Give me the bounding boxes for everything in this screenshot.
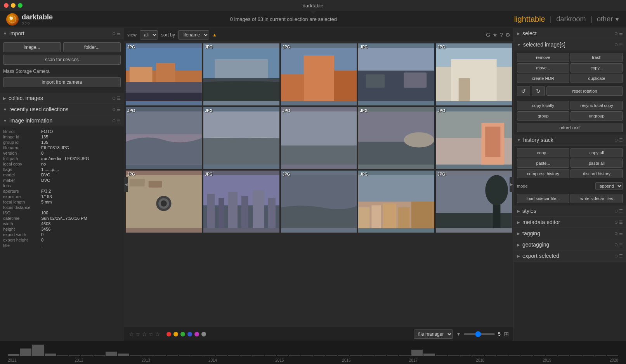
timeline-bar[interactable] <box>32 345 44 356</box>
image-cell[interactable]: JPG <box>436 107 512 169</box>
timeline-bar[interactable] <box>448 355 460 357</box>
timeline-bar[interactable] <box>472 355 484 357</box>
remove-button[interactable]: remove <box>517 53 569 62</box>
sort-direction-icon[interactable]: ▲ <box>212 32 217 38</box>
compress-history-button[interactable]: compress history <box>517 169 569 178</box>
timeline-bar[interactable] <box>326 355 337 357</box>
image-cell[interactable]: JPG <box>281 171 357 233</box>
timeline-bar[interactable] <box>142 355 154 357</box>
import-section-header[interactable]: ▼ import ⊙ ☰ <box>0 28 124 39</box>
timeline-bar[interactable] <box>289 355 301 357</box>
load-sidecar-button[interactable]: load sidecar file... <box>517 194 569 203</box>
reset-rotation-button[interactable]: reset rotation <box>546 86 623 96</box>
color-filter-1-dot[interactable] <box>173 332 178 336</box>
image-cell[interactable]: JPG <box>126 107 202 169</box>
image-cell[interactable]: JPG <box>436 43 512 105</box>
timeline-bar[interactable] <box>558 355 570 357</box>
color-filter-4-dot[interactable] <box>194 332 199 336</box>
timeline-bar[interactable] <box>387 355 399 357</box>
timeline-bar[interactable] <box>375 355 386 357</box>
trash-button[interactable]: trash <box>571 53 623 62</box>
timeline-bar[interactable] <box>179 355 191 357</box>
view-mode-select[interactable]: file manager <box>414 329 453 339</box>
grid-view-icon[interactable]: ⊞ <box>504 330 509 338</box>
rotate-cw-button[interactable]: ↻ <box>532 86 545 96</box>
star-3-icon[interactable]: ☆ <box>142 331 147 337</box>
timeline-bar[interactable] <box>546 355 557 357</box>
resync-local-button[interactable]: resync local copy <box>571 101 623 110</box>
geolocation-icon[interactable]: G <box>486 32 490 38</box>
image-cell[interactable]: JPG <box>358 107 434 169</box>
timeline-bar[interactable] <box>362 355 374 357</box>
star-1-icon[interactable]: ☆ <box>129 331 134 337</box>
color-filter-2-dot[interactable] <box>180 332 185 336</box>
settings-icon[interactable]: ⚙ <box>505 32 510 38</box>
timeline-bar[interactable] <box>607 355 619 357</box>
timeline-bar[interactable] <box>167 355 179 357</box>
timeline-bar[interactable] <box>130 355 142 357</box>
timeline-bar[interactable] <box>436 355 447 357</box>
image-cell[interactable]: JPG <box>281 107 357 169</box>
select-header[interactable]: ▶ select ⊙ ☰ <box>514 28 626 39</box>
timeline-bar[interactable] <box>252 355 264 357</box>
image-cell[interactable]: JPG <box>436 171 512 233</box>
star-2-icon[interactable]: ☆ <box>135 331 140 337</box>
timeline-bar[interactable] <box>521 355 533 357</box>
create-hdr-button[interactable]: create HDR <box>517 74 569 83</box>
timeline-bar[interactable] <box>485 355 496 357</box>
timeline-bar[interactable] <box>81 355 93 357</box>
timeline-bar[interactable] <box>69 355 81 357</box>
minimize-button[interactable] <box>11 3 16 8</box>
selected-images-header[interactable]: ▼ selected image[s] ⊙ ☰ <box>514 39 626 50</box>
image-import-button[interactable]: image... <box>3 42 61 52</box>
timeline-bar[interactable] <box>497 355 508 357</box>
timeline-bar[interactable] <box>106 352 117 357</box>
scan-devices-button[interactable]: scan for devices <box>3 55 121 65</box>
write-sidecar-button[interactable]: write sidecar files <box>571 194 623 203</box>
timeline-bar[interactable] <box>277 355 288 357</box>
color-filter-0-dot[interactable] <box>166 332 171 336</box>
timeline-bar[interactable] <box>45 354 56 357</box>
image-cell[interactable]: JPG <box>358 43 434 105</box>
collect-images-header[interactable]: ▶ collect images ⊙ ☰ <box>0 93 124 104</box>
image-cell[interactable]: JPG <box>126 171 202 233</box>
timeline-bar[interactable] <box>57 355 68 357</box>
timeline-bar[interactable] <box>301 355 313 357</box>
timeline-bar[interactable] <box>8 354 19 356</box>
copy-button[interactable]: copy... <box>571 63 623 72</box>
star-5-icon[interactable]: ☆ <box>155 331 160 337</box>
timeline-bar[interactable] <box>265 355 276 357</box>
image-cell[interactable]: JPG <box>203 171 279 233</box>
image-info-header[interactable]: ▼ image information ⊙ ☰ <box>0 115 124 126</box>
folder-import-button[interactable]: folder... <box>63 42 121 52</box>
history-paste-button[interactable]: paste... <box>517 159 569 168</box>
discard-history-button[interactable]: discard history <box>571 169 623 178</box>
move-button[interactable]: move... <box>517 63 569 72</box>
timeline-bar[interactable] <box>423 354 435 357</box>
ungroup-button[interactable]: ungroup <box>571 111 623 121</box>
close-button[interactable] <box>4 3 9 8</box>
color-filter-3-dot[interactable] <box>187 332 192 336</box>
image-cell[interactable]: JPG <box>281 43 357 105</box>
all-select[interactable]: all <box>140 30 158 40</box>
group-button[interactable]: group <box>517 111 569 121</box>
history-paste-all-button[interactable]: paste all <box>571 159 623 168</box>
image-cell[interactable]: JPG <box>358 171 434 233</box>
timeline-bar[interactable] <box>228 355 239 357</box>
image-cell[interactable]: JPG <box>203 43 279 105</box>
timeline-bar[interactable] <box>191 355 203 357</box>
collapse-right-button[interactable]: ▶ <box>510 177 513 192</box>
timeline-bar[interactable] <box>20 348 32 356</box>
import-camera-button[interactable]: import from camera <box>3 77 121 87</box>
timeline-bar[interactable] <box>460 355 472 357</box>
history-copy-all-button[interactable]: copy all <box>571 148 623 157</box>
zoom-slider[interactable] <box>464 333 495 335</box>
recently-used-header[interactable]: ▼ recently used collections ⊙ ☰ <box>0 104 124 115</box>
image-cell[interactable]: JPG <box>203 107 279 169</box>
timeline-bar[interactable] <box>154 355 166 357</box>
mode-select[interactable]: append <box>595 182 623 190</box>
history-copy-button[interactable]: copy... <box>517 148 569 157</box>
timeline-bar[interactable] <box>240 355 252 357</box>
timeline-bar[interactable] <box>399 355 411 357</box>
help-icon[interactable]: ? <box>500 32 503 38</box>
